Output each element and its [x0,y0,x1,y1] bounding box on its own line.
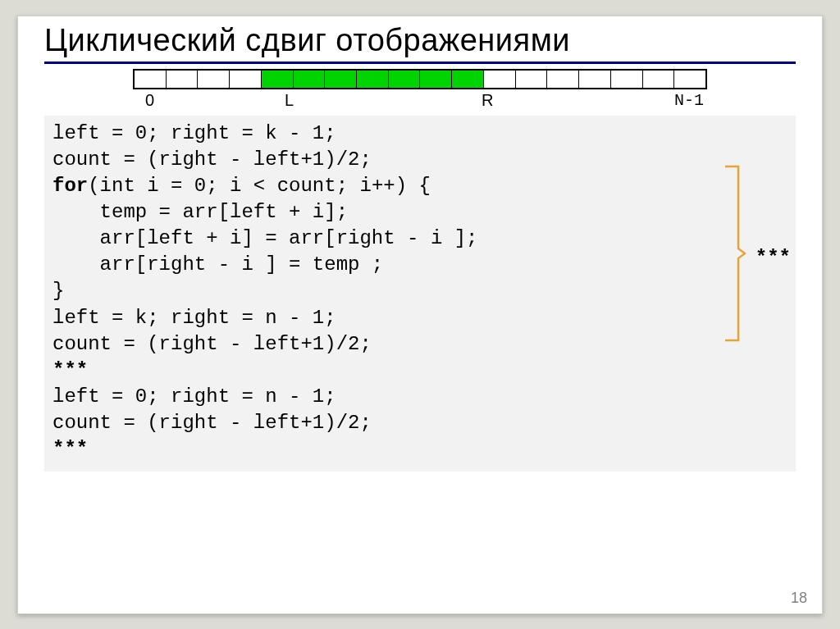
array-cell [133,69,167,89]
label-zero: 0 [145,91,154,110]
array-cell [516,69,548,89]
array-cell [452,69,484,89]
code-line: count = (right - left+1)/2; [52,333,372,355]
array-cell [357,69,389,89]
code-line: *** [52,359,88,381]
slide: Циклический сдвиг отображениями 0 L R N-… [17,16,823,614]
title-divider [44,62,796,64]
code-line: temp = arr[left + i]; [52,201,348,223]
slide-title: Циклический сдвиг отображениями [18,16,822,58]
label-Nminus1: N-1 [674,91,704,110]
page-number: 18 [791,590,807,607]
array-cell [167,69,199,89]
array-cell [389,69,421,89]
code-block: left = 0; right = k - 1; count = (right … [44,116,796,472]
code-line: arr[right - i ] = temp ; [52,253,383,276]
label-L: L [285,91,294,110]
array-cell [230,69,262,89]
for-keyword: for [52,175,88,197]
code-line: (int i = 0; i < count; i++) { [88,175,431,197]
code-line: left = 0; right = k - 1; [52,122,336,144]
side-asterisks: *** [756,245,791,271]
array-cell [420,69,452,89]
array-labels: 0 L R N-1 [133,91,707,109]
label-R: R [482,91,493,110]
code-line: arr[left + i] = arr[right - i ]; [52,227,477,249]
array-cell [325,69,357,89]
array-cell [643,69,675,89]
array-cell [198,69,230,89]
code-line: count = (right - left+1)/2; [52,148,372,171]
array-cell [547,69,579,89]
code-line: left = k; right = n - 1; [52,307,336,329]
code-line: } [52,280,64,302]
array-strip [133,69,707,89]
array-cell [262,69,294,89]
array-cell [674,69,707,89]
array-cell [294,69,326,89]
array-cell [579,69,611,89]
array-cell [484,69,516,89]
code-line: *** [52,438,88,460]
code-line: left = 0; right = n - 1; [52,385,336,408]
code-line: count = (right - left+1)/2; [52,412,372,434]
array-cell [611,69,643,89]
